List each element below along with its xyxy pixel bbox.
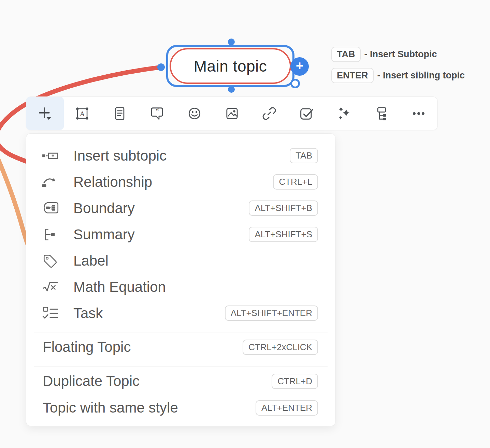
shortcut-badge: ALT+SHIFT+B	[249, 200, 318, 216]
menu-item-label: Floating Topic	[43, 339, 131, 355]
math-equation-icon	[41, 279, 60, 295]
label-tag-icon	[41, 253, 60, 269]
toolbar-more-button[interactable]	[400, 97, 437, 130]
toolbar-add-topic-button[interactable]	[26, 97, 64, 130]
menu-item-insert-subtopic[interactable]: Insert subtopic TAB	[26, 143, 335, 169]
toolbar-task-button[interactable]	[288, 97, 326, 130]
text-frame-icon: A	[73, 105, 91, 122]
branch-orange-curve	[0, 154, 27, 243]
menu-item-boundary[interactable]: Boundary ALT+SHIFT+B	[26, 195, 335, 221]
mindmap-canvas: Main topic + TAB - Insert Subtopic ENTER…	[0, 0, 490, 448]
tab-key-badge: TAB	[331, 47, 361, 62]
main-topic-node[interactable]: Main topic	[170, 48, 291, 84]
shortcut-badge: ALT+SHIFT+S	[249, 227, 318, 242]
main-topic-label: Main topic	[194, 57, 267, 75]
svg-text:“: “	[156, 107, 159, 114]
tree-structure-icon	[373, 105, 390, 122]
relationship-icon	[41, 174, 60, 190]
menu-item-duplicate-topic[interactable]: Duplicate Topic CTRL+D	[26, 368, 335, 394]
shortcut-badge: TAB	[290, 148, 318, 163]
menu-item-label: Label	[73, 253, 109, 269]
shortcut-badge: CTRL+2xCLICK	[243, 340, 318, 355]
shortcut-hints: TAB - Insert Subtopic ENTER - Insert sib…	[331, 47, 465, 89]
link-icon	[260, 105, 278, 122]
menu-item-label[interactable]: Label	[26, 248, 335, 274]
menu-item-label: Task	[73, 305, 103, 322]
menu-item-summary[interactable]: Summary ALT+SHIFT+S	[26, 221, 335, 248]
menu-item-label: Summary	[73, 226, 135, 243]
menu-item-label: Duplicate Topic	[43, 373, 140, 389]
resize-handle[interactable]	[290, 79, 300, 88]
handle-bottom[interactable]	[228, 86, 235, 93]
toolbar-font-style-button[interactable]: A	[64, 97, 101, 130]
menu-item-topic-same-style[interactable]: Topic with same style ALT+ENTER	[26, 394, 335, 421]
sparkles-icon	[335, 105, 353, 122]
boundary-icon	[41, 200, 60, 216]
svg-text:A: A	[80, 109, 85, 118]
toolbar-comment-button[interactable]: “	[139, 97, 176, 130]
handle-top[interactable]	[228, 39, 235, 45]
shortcut-badge: CTRL+L	[273, 174, 318, 190]
menu-item-label: Insert subtopic	[73, 148, 167, 164]
connector-dot[interactable]	[157, 63, 165, 71]
shortcut-badge: ALT+ENTER	[256, 400, 318, 416]
hint-insert-subtopic: TAB - Insert Subtopic	[331, 47, 465, 62]
menu-item-floating-topic[interactable]: Floating Topic CTRL+2xCLICK	[26, 334, 335, 360]
toolbar-image-button[interactable]	[213, 97, 251, 130]
toolbar-structure-button[interactable]	[363, 97, 400, 130]
menu-divider	[34, 366, 328, 367]
toolbar-sticker-button[interactable]	[176, 97, 213, 130]
hint-insert-sibling: ENTER - Insert sibling topic	[331, 68, 465, 83]
toolbar-ai-button[interactable]	[325, 97, 363, 130]
insert-menu: Insert subtopic TAB Relationship CTRL+L	[26, 134, 335, 426]
shortcut-badge: ALT+SHIFT+ENTER	[225, 305, 318, 321]
menu-item-relationship[interactable]: Relationship CTRL+L	[26, 169, 335, 195]
comment-icon: “	[148, 105, 166, 122]
insert-subtopic-icon	[41, 148, 60, 164]
topic-toolbar: A “	[26, 97, 437, 130]
menu-item-label: Boundary	[73, 200, 135, 216]
shortcut-badge: CTRL+D	[272, 374, 318, 389]
hint-text: - Insert Subtopic	[364, 49, 437, 60]
menu-item-label: Relationship	[73, 174, 152, 190]
toolbar-note-button[interactable]	[101, 97, 139, 130]
enter-key-badge: ENTER	[331, 68, 374, 83]
hint-text: - Insert sibling topic	[377, 70, 465, 81]
plus-dropdown-icon	[36, 105, 54, 122]
summary-icon	[41, 226, 60, 243]
menu-item-math-equation[interactable]: Math Equation	[26, 274, 335, 300]
add-subtopic-button[interactable]: +	[290, 57, 309, 76]
menu-divider	[34, 332, 328, 332]
menu-item-label: Math Equation	[73, 279, 166, 295]
ellipsis-icon	[410, 105, 428, 122]
smiley-icon	[186, 105, 203, 122]
menu-item-task[interactable]: Task ALT+SHIFT+ENTER	[26, 300, 335, 326]
note-icon	[111, 105, 129, 122]
menu-item-label: Topic with same style	[43, 400, 178, 416]
image-icon	[223, 105, 241, 122]
plus-icon: +	[296, 59, 303, 72]
toolbar-hyperlink-button[interactable]	[250, 97, 288, 130]
task-checklist-icon	[41, 305, 60, 322]
checkbox-icon	[298, 105, 316, 122]
